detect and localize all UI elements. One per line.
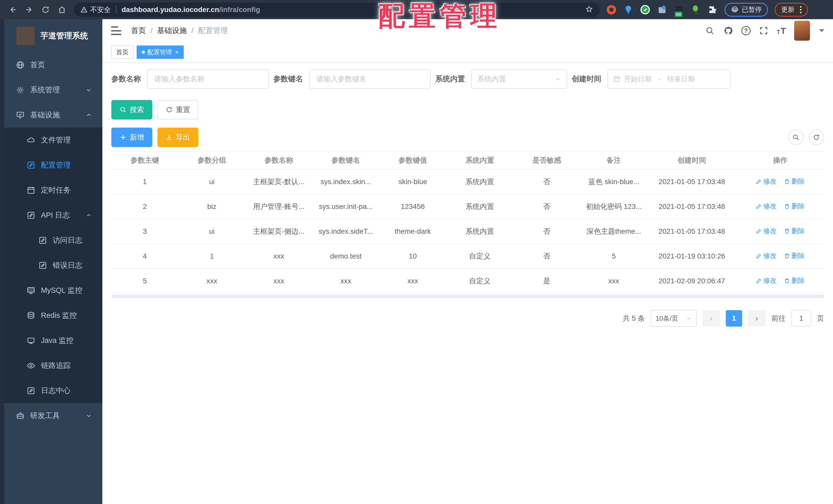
reset-button-label: 重置	[176, 105, 190, 115]
browser-menu-kebab-icon[interactable]	[800, 6, 802, 13]
goto-page-input[interactable]	[791, 310, 811, 327]
edit-link[interactable]: 修改	[756, 202, 777, 211]
sidebar-item-dev-tools[interactable]: 研发工具	[4, 403, 102, 428]
logo-row[interactable]: 芋道管理系统	[4, 19, 102, 52]
extension-gray-icon[interactable]	[657, 5, 667, 15]
cell-actions: 修改 删除	[736, 219, 824, 244]
extensions-puzzle-icon[interactable]	[708, 5, 718, 15]
edit-link[interactable]: 修改	[756, 177, 777, 186]
browser-back-button[interactable]	[7, 4, 19, 16]
delete-link[interactable]: 删除	[784, 227, 805, 235]
url-text[interactable]: dashboard.yudao.iocoder.cn/infra/config	[122, 6, 260, 14]
breadcrumb-infrastructure[interactable]: 基础设施	[157, 26, 187, 36]
extension-leaf-icon[interactable]	[691, 5, 701, 15]
sidebar-item-redis-monitor[interactable]: Redis 监控	[4, 303, 102, 328]
col-param-value: 参数键值	[379, 151, 446, 169]
breadcrumb-current: 配置管理	[198, 26, 228, 36]
chevron-down-icon	[86, 412, 92, 419]
paused-button[interactable]: 😂 已暂停	[724, 3, 768, 17]
logo-title: 芋道管理系统	[41, 30, 88, 41]
param-key-input[interactable]	[309, 69, 431, 89]
sidebar-item-access-log[interactable]: 访问日志	[4, 228, 102, 253]
cell: ui	[178, 169, 245, 194]
tab-home[interactable]: 首页	[111, 46, 134, 59]
cell-actions: 修改 删除	[736, 269, 824, 293]
font-size-button[interactable]: TT	[777, 26, 786, 36]
sidebar-item-infrastructure[interactable]: 基础设施	[4, 103, 102, 128]
url-host: dashboard.yudao.iocoder.cn	[122, 6, 219, 14]
search-button[interactable]: 搜索	[111, 100, 152, 120]
edit-square-icon	[27, 386, 35, 395]
extension-green-check-icon[interactable]	[640, 5, 650, 15]
param-name-input[interactable]	[147, 69, 269, 89]
sidebar-item-mysql-monitor[interactable]: MySQL 监控	[4, 278, 102, 303]
breadcrumb-separator: /	[191, 27, 193, 35]
date-end-placeholder: 结束日期	[667, 74, 695, 84]
next-page-button[interactable]: ›	[748, 310, 766, 327]
page-size-select[interactable]: 10条/页	[650, 310, 697, 327]
sidebar-item-api-log[interactable]: API 日志	[4, 203, 102, 228]
user-avatar[interactable]	[794, 21, 810, 41]
sidebar-item-tracing[interactable]: 链路追踪	[4, 353, 102, 378]
refresh-table-button[interactable]	[809, 130, 824, 145]
builtin-select[interactable]: 系统内置	[471, 69, 567, 89]
sidebar-item-java-monitor[interactable]: Java 监控	[4, 328, 102, 353]
edit-link[interactable]: 修改	[756, 227, 777, 235]
date-range-picker[interactable]: 开始日期 - 结束日期	[608, 69, 730, 89]
cell: 否	[514, 169, 580, 194]
monitor-icon	[27, 286, 35, 295]
delete-link[interactable]: 删除	[784, 202, 805, 211]
reset-button[interactable]: 重置	[158, 100, 198, 120]
browser-reload-button[interactable]	[40, 4, 52, 16]
header-search-button[interactable]	[705, 25, 715, 36]
extension-orange-icon[interactable]	[606, 5, 617, 15]
schedule-icon	[27, 186, 35, 195]
sidebar-item-home[interactable]: 首页	[4, 52, 102, 77]
extension-cn-icon[interactable]: cn	[674, 5, 684, 15]
reload-icon	[41, 5, 50, 14]
add-button[interactable]: 新增	[111, 128, 152, 147]
active-dot-icon	[142, 51, 145, 54]
sidebar-item-label: 配置管理	[41, 160, 71, 170]
sidebar-item-config-management[interactable]: 配置管理	[4, 153, 102, 178]
tab-close-icon[interactable]: ×	[175, 49, 178, 56]
avatar-caret-icon[interactable]	[819, 29, 824, 32]
delete-link[interactable]: 删除	[784, 251, 805, 260]
address-bar[interactable]: 不安全 dashboard.yudao.iocoder.cn/infra/con…	[74, 3, 600, 17]
sidebar-toggle-button[interactable]	[111, 26, 121, 35]
breadcrumb-home[interactable]: 首页	[131, 26, 146, 36]
tab-config-management[interactable]: 配置管理 ×	[137, 46, 184, 59]
fullscreen-button[interactable]	[758, 25, 769, 36]
table-horizontal-scrollbar[interactable]	[111, 295, 824, 298]
page-content: 参数名称 参数键名 系统内置 系统内置	[102, 62, 833, 327]
sidebar-item-label: 链路追踪	[41, 360, 71, 371]
sidebar-item-error-log[interactable]: 错误日志	[4, 253, 102, 278]
sidebar-item-file-management[interactable]: 文件管理	[4, 128, 102, 153]
search-icon	[705, 26, 715, 35]
github-button[interactable]	[723, 25, 734, 36]
back-arrow-icon	[8, 5, 17, 14]
update-button[interactable]: 更新	[775, 3, 808, 17]
delete-link[interactable]: 删除	[784, 276, 805, 285]
browser-forward-button[interactable]	[23, 4, 35, 16]
extension-pin-icon[interactable]	[623, 5, 634, 15]
edit-link[interactable]: 修改	[756, 276, 777, 285]
cell: 5	[580, 244, 647, 269]
sidebar-item-scheduled-jobs[interactable]: 定时任务	[4, 178, 102, 203]
bookmark-star-button[interactable]	[585, 5, 593, 14]
browser-home-button[interactable]	[56, 4, 68, 16]
sidebar-item-system[interactable]: 系统管理	[4, 77, 102, 103]
page-number-1[interactable]: 1	[726, 310, 742, 327]
sidebar-item-log-center[interactable]: 日志中心	[4, 378, 102, 403]
page-size-value: 10条/页	[656, 314, 678, 323]
edit-link[interactable]: 修改	[756, 251, 777, 260]
sidebar-item-label: MySQL 监控	[41, 285, 82, 296]
navbar-actions: ? TT	[705, 21, 824, 41]
prev-page-button[interactable]: ‹	[702, 310, 720, 327]
delete-link[interactable]: 删除	[784, 177, 805, 186]
tags-view-bar: 首页 配置管理 ×	[102, 42, 833, 62]
security-warning[interactable]: 不安全	[80, 5, 111, 14]
export-button[interactable]: 导出	[158, 128, 198, 147]
help-button[interactable]: ?	[741, 26, 751, 35]
toggle-search-button[interactable]	[788, 130, 804, 145]
